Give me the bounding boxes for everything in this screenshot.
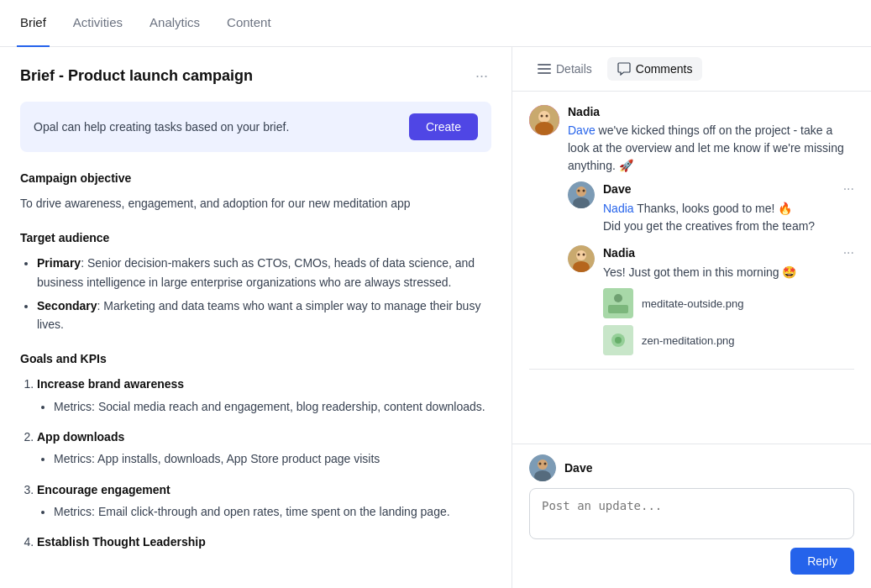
target-audience-heading: Target audience: [20, 228, 491, 247]
comment-body-nadia: Nadia Dave we've kicked things off on th…: [568, 105, 854, 175]
create-button[interactable]: Create: [409, 113, 478, 140]
svg-rect-15: [603, 288, 633, 318]
nested-comment-dave: Dave ··· Nadia Thanks, looks good to me!…: [568, 181, 854, 355]
svg-point-3: [541, 115, 543, 118]
goal-3: Encourage engagement Metrics: Email clic…: [37, 480, 491, 522]
mention-nadia-1: Nadia: [603, 202, 634, 215]
svg-point-25: [544, 463, 547, 465]
svg-point-2: [535, 122, 554, 135]
comments-area: Nadia Dave we've kicked things off on th…: [512, 92, 871, 444]
comment-row-dave-reply: Dave ··· Nadia Thanks, looks good to me!…: [568, 181, 854, 235]
comment-username-nadia: Nadia: [568, 105, 600, 118]
reply-header: Dave: [529, 454, 854, 481]
comment-username-nadia-2: Nadia: [603, 246, 635, 260]
comment-divider: [529, 369, 854, 370]
attachment-thumb-1: [603, 288, 633, 318]
svg-point-13: [578, 254, 580, 256]
attachment-name-1: meditate-outside.png: [642, 297, 743, 310]
brief-panel: Brief - Product launch campaign ··· Opal…: [0, 47, 512, 588]
right-panel: Details Comments: [512, 47, 871, 588]
comment-body-nadia-reply: Nadia ··· Yes! Just got them in this mor…: [603, 245, 854, 355]
svg-point-9: [583, 190, 585, 192]
brief-title: Brief - Product launch campaign: [20, 67, 253, 85]
comment-text-nadia-reply: Yes! Just got them in this morning 🤩: [603, 264, 854, 281]
svg-point-6: [576, 186, 586, 197]
avatar-dave-sm: [568, 181, 595, 208]
svg-point-14: [583, 254, 585, 256]
comments-button[interactable]: Comments: [607, 57, 703, 81]
avatar-dave-composer: [529, 454, 556, 481]
comment-row-nadia-reply: Nadia ··· Yes! Just got them in this mor…: [568, 245, 854, 355]
reply-input[interactable]: [542, 499, 842, 526]
comment-more-button-nadia[interactable]: ···: [843, 245, 854, 260]
top-nav: Brief Activities Analytics Content: [0, 0, 871, 47]
more-dots-icon: ···: [475, 67, 488, 85]
brief-content: Campaign objective To drive awareness, e…: [20, 169, 491, 552]
svg-point-24: [539, 463, 542, 465]
goal-2: App downloads Metrics: App installs, dow…: [37, 428, 491, 469]
campaign-objective-heading: Campaign objective: [20, 169, 491, 187]
tab-brief[interactable]: Brief: [17, 0, 50, 47]
comment-thread-1: Nadia Dave we've kicked things off on th…: [529, 105, 854, 355]
comment-username-dave: Dave: [603, 182, 631, 196]
brief-more-button[interactable]: ···: [472, 64, 491, 88]
comment-bubble-icon: [617, 62, 631, 76]
campaign-objective-text: To drive awareness, engagement, and adop…: [20, 194, 491, 213]
goal-3-metrics: Metrics: Email click-through and open ra…: [54, 502, 491, 521]
goal-1-metrics: Metrics: Social media reach and engageme…: [54, 397, 491, 416]
mention-dave: Dave: [568, 123, 596, 137]
opal-banner-text: Opal can help creating tasks based on yo…: [34, 120, 289, 134]
hamburger-icon: [538, 64, 551, 74]
right-panel-header: Details Comments: [512, 47, 871, 92]
comment-row-nadia: Nadia Dave we've kicked things off on th…: [529, 105, 854, 175]
attachment-thumb-2: [603, 325, 633, 355]
reply-composer: Dave Reply: [512, 444, 871, 588]
details-button[interactable]: Details: [529, 57, 601, 81]
reply-footer: Reply: [529, 548, 854, 575]
primary-audience: Primary: Senior decision-makers such as …: [37, 254, 491, 291]
composer-username: Dave: [564, 461, 592, 475]
comment-text-dave: Nadia Thanks, looks good to me! 🔥Did you…: [603, 200, 854, 235]
reply-button[interactable]: Reply: [790, 548, 854, 575]
svg-point-11: [576, 250, 586, 260]
svg-point-20: [615, 337, 622, 344]
svg-point-4: [546, 115, 548, 118]
attachment-row-1: meditate-outside.png: [603, 288, 854, 318]
svg-point-8: [578, 190, 580, 192]
tab-analytics[interactable]: Analytics: [146, 0, 203, 47]
comment-body-dave-reply: Dave ··· Nadia Thanks, looks good to me!…: [603, 181, 854, 235]
tab-content[interactable]: Content: [223, 0, 275, 47]
comment-more-button-dave[interactable]: ···: [843, 181, 854, 197]
goals-kpis-heading: Goals and KPIs: [20, 349, 491, 368]
svg-rect-17: [608, 305, 628, 313]
attachment-name-2: zen-meditation.png: [642, 334, 735, 347]
opal-banner: Opal can help creating tasks based on yo…: [20, 102, 491, 152]
goal-1: Increase brand awareness Metrics: Social…: [37, 375, 491, 416]
attachment-row-2: zen-meditation.png: [603, 325, 854, 355]
comment-text-nadia: Dave we've kicked things off on the proj…: [568, 122, 854, 175]
secondary-audience: Secondary: Marketing and data teams who …: [37, 297, 491, 334]
goal-4: Establish Thought Leadership: [37, 533, 491, 551]
avatar-nadia-sm: [568, 245, 595, 272]
goal-2-metrics: Metrics: App installs, downloads, App St…: [54, 449, 491, 468]
reply-box[interactable]: [529, 488, 854, 539]
svg-point-1: [538, 111, 550, 123]
tab-activities[interactable]: Activities: [70, 0, 126, 47]
svg-point-16: [614, 294, 622, 302]
svg-point-22: [538, 459, 548, 470]
avatar-nadia: [529, 105, 559, 135]
